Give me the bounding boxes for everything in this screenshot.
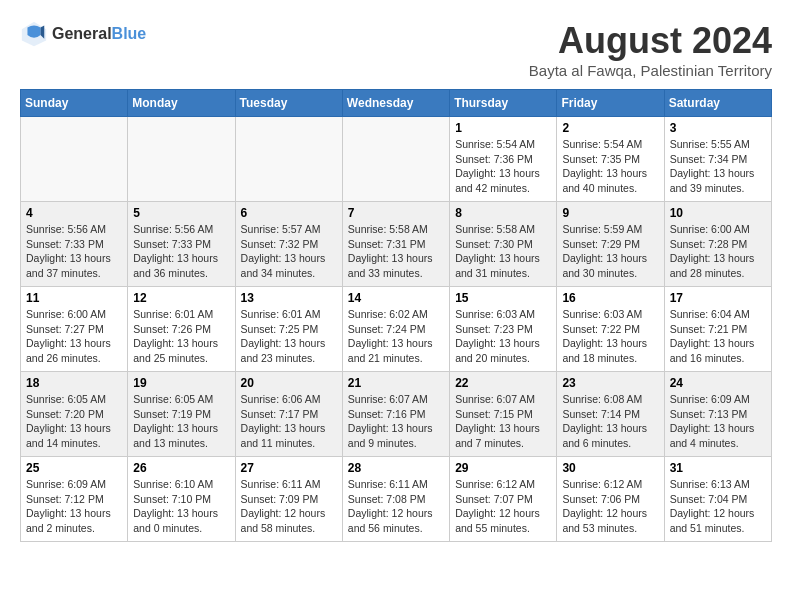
day-info: Sunrise: 6:00 AM Sunset: 7:27 PM Dayligh… (26, 307, 122, 366)
day-number: 24 (670, 376, 766, 390)
day-number: 17 (670, 291, 766, 305)
day-number: 1 (455, 121, 551, 135)
day-number: 29 (455, 461, 551, 475)
main-title: August 2024 (529, 20, 772, 62)
calendar-cell (342, 117, 449, 202)
day-number: 8 (455, 206, 551, 220)
day-number: 27 (241, 461, 337, 475)
day-info: Sunrise: 5:54 AM Sunset: 7:35 PM Dayligh… (562, 137, 658, 196)
logo-text: GeneralBlue (52, 25, 146, 43)
day-info: Sunrise: 5:56 AM Sunset: 7:33 PM Dayligh… (133, 222, 229, 281)
calendar-cell: 24Sunrise: 6:09 AM Sunset: 7:13 PM Dayli… (664, 372, 771, 457)
calendar-cell: 19Sunrise: 6:05 AM Sunset: 7:19 PM Dayli… (128, 372, 235, 457)
day-info: Sunrise: 6:11 AM Sunset: 7:08 PM Dayligh… (348, 477, 444, 536)
weekday-header-monday: Monday (128, 90, 235, 117)
day-number: 21 (348, 376, 444, 390)
day-number: 3 (670, 121, 766, 135)
calendar-cell: 12Sunrise: 6:01 AM Sunset: 7:26 PM Dayli… (128, 287, 235, 372)
day-info: Sunrise: 6:04 AM Sunset: 7:21 PM Dayligh… (670, 307, 766, 366)
calendar-cell: 18Sunrise: 6:05 AM Sunset: 7:20 PM Dayli… (21, 372, 128, 457)
day-number: 25 (26, 461, 122, 475)
day-number: 14 (348, 291, 444, 305)
weekday-header-row: SundayMondayTuesdayWednesdayThursdayFrid… (21, 90, 772, 117)
day-number: 30 (562, 461, 658, 475)
week-row-5: 25Sunrise: 6:09 AM Sunset: 7:12 PM Dayli… (21, 457, 772, 542)
day-info: Sunrise: 6:05 AM Sunset: 7:19 PM Dayligh… (133, 392, 229, 451)
day-info: Sunrise: 6:07 AM Sunset: 7:16 PM Dayligh… (348, 392, 444, 451)
calendar-cell: 2Sunrise: 5:54 AM Sunset: 7:35 PM Daylig… (557, 117, 664, 202)
day-number: 15 (455, 291, 551, 305)
day-info: Sunrise: 5:58 AM Sunset: 7:31 PM Dayligh… (348, 222, 444, 281)
day-info: Sunrise: 5:57 AM Sunset: 7:32 PM Dayligh… (241, 222, 337, 281)
calendar-cell: 7Sunrise: 5:58 AM Sunset: 7:31 PM Daylig… (342, 202, 449, 287)
subtitle: Bayta al Fawqa, Palestinian Territory (529, 62, 772, 79)
calendar-cell: 5Sunrise: 5:56 AM Sunset: 7:33 PM Daylig… (128, 202, 235, 287)
weekday-header-thursday: Thursday (450, 90, 557, 117)
day-number: 19 (133, 376, 229, 390)
day-number: 9 (562, 206, 658, 220)
calendar-cell: 21Sunrise: 6:07 AM Sunset: 7:16 PM Dayli… (342, 372, 449, 457)
calendar-cell: 28Sunrise: 6:11 AM Sunset: 7:08 PM Dayli… (342, 457, 449, 542)
calendar-cell (21, 117, 128, 202)
calendar-cell: 14Sunrise: 6:02 AM Sunset: 7:24 PM Dayli… (342, 287, 449, 372)
day-number: 10 (670, 206, 766, 220)
day-info: Sunrise: 6:09 AM Sunset: 7:12 PM Dayligh… (26, 477, 122, 536)
day-info: Sunrise: 6:01 AM Sunset: 7:26 PM Dayligh… (133, 307, 229, 366)
day-info: Sunrise: 6:10 AM Sunset: 7:10 PM Dayligh… (133, 477, 229, 536)
day-info: Sunrise: 6:02 AM Sunset: 7:24 PM Dayligh… (348, 307, 444, 366)
logo: GeneralBlue (20, 20, 146, 48)
calendar-cell (128, 117, 235, 202)
header: GeneralBlue August 2024 Bayta al Fawqa, … (20, 20, 772, 79)
weekday-header-wednesday: Wednesday (342, 90, 449, 117)
day-info: Sunrise: 5:59 AM Sunset: 7:29 PM Dayligh… (562, 222, 658, 281)
day-number: 31 (670, 461, 766, 475)
day-info: Sunrise: 5:54 AM Sunset: 7:36 PM Dayligh… (455, 137, 551, 196)
calendar-cell: 25Sunrise: 6:09 AM Sunset: 7:12 PM Dayli… (21, 457, 128, 542)
logo-icon (20, 20, 48, 48)
day-number: 13 (241, 291, 337, 305)
day-info: Sunrise: 6:12 AM Sunset: 7:07 PM Dayligh… (455, 477, 551, 536)
week-row-3: 11Sunrise: 6:00 AM Sunset: 7:27 PM Dayli… (21, 287, 772, 372)
weekday-header-sunday: Sunday (21, 90, 128, 117)
calendar-cell: 6Sunrise: 5:57 AM Sunset: 7:32 PM Daylig… (235, 202, 342, 287)
day-info: Sunrise: 6:01 AM Sunset: 7:25 PM Dayligh… (241, 307, 337, 366)
day-info: Sunrise: 6:03 AM Sunset: 7:22 PM Dayligh… (562, 307, 658, 366)
day-info: Sunrise: 6:12 AM Sunset: 7:06 PM Dayligh… (562, 477, 658, 536)
calendar-cell: 27Sunrise: 6:11 AM Sunset: 7:09 PM Dayli… (235, 457, 342, 542)
week-row-2: 4Sunrise: 5:56 AM Sunset: 7:33 PM Daylig… (21, 202, 772, 287)
day-number: 7 (348, 206, 444, 220)
calendar-cell: 17Sunrise: 6:04 AM Sunset: 7:21 PM Dayli… (664, 287, 771, 372)
day-number: 2 (562, 121, 658, 135)
weekday-header-tuesday: Tuesday (235, 90, 342, 117)
calendar-cell: 13Sunrise: 6:01 AM Sunset: 7:25 PM Dayli… (235, 287, 342, 372)
calendar-cell (235, 117, 342, 202)
day-number: 20 (241, 376, 337, 390)
day-info: Sunrise: 6:08 AM Sunset: 7:14 PM Dayligh… (562, 392, 658, 451)
day-info: Sunrise: 6:06 AM Sunset: 7:17 PM Dayligh… (241, 392, 337, 451)
day-number: 22 (455, 376, 551, 390)
weekday-header-saturday: Saturday (664, 90, 771, 117)
calendar-cell: 20Sunrise: 6:06 AM Sunset: 7:17 PM Dayli… (235, 372, 342, 457)
day-number: 28 (348, 461, 444, 475)
title-area: August 2024 Bayta al Fawqa, Palestinian … (529, 20, 772, 79)
calendar-cell: 1Sunrise: 5:54 AM Sunset: 7:36 PM Daylig… (450, 117, 557, 202)
calendar-cell: 10Sunrise: 6:00 AM Sunset: 7:28 PM Dayli… (664, 202, 771, 287)
weekday-header-friday: Friday (557, 90, 664, 117)
day-info: Sunrise: 6:05 AM Sunset: 7:20 PM Dayligh… (26, 392, 122, 451)
day-number: 5 (133, 206, 229, 220)
day-info: Sunrise: 6:11 AM Sunset: 7:09 PM Dayligh… (241, 477, 337, 536)
day-number: 18 (26, 376, 122, 390)
day-info: Sunrise: 5:58 AM Sunset: 7:30 PM Dayligh… (455, 222, 551, 281)
day-info: Sunrise: 6:09 AM Sunset: 7:13 PM Dayligh… (670, 392, 766, 451)
calendar-cell: 22Sunrise: 6:07 AM Sunset: 7:15 PM Dayli… (450, 372, 557, 457)
calendar-table: SundayMondayTuesdayWednesdayThursdayFrid… (20, 89, 772, 542)
week-row-1: 1Sunrise: 5:54 AM Sunset: 7:36 PM Daylig… (21, 117, 772, 202)
day-number: 4 (26, 206, 122, 220)
day-number: 16 (562, 291, 658, 305)
calendar-cell: 11Sunrise: 6:00 AM Sunset: 7:27 PM Dayli… (21, 287, 128, 372)
day-info: Sunrise: 6:13 AM Sunset: 7:04 PM Dayligh… (670, 477, 766, 536)
day-info: Sunrise: 5:55 AM Sunset: 7:34 PM Dayligh… (670, 137, 766, 196)
calendar-cell: 3Sunrise: 5:55 AM Sunset: 7:34 PM Daylig… (664, 117, 771, 202)
calendar-cell: 29Sunrise: 6:12 AM Sunset: 7:07 PM Dayli… (450, 457, 557, 542)
calendar-cell: 4Sunrise: 5:56 AM Sunset: 7:33 PM Daylig… (21, 202, 128, 287)
